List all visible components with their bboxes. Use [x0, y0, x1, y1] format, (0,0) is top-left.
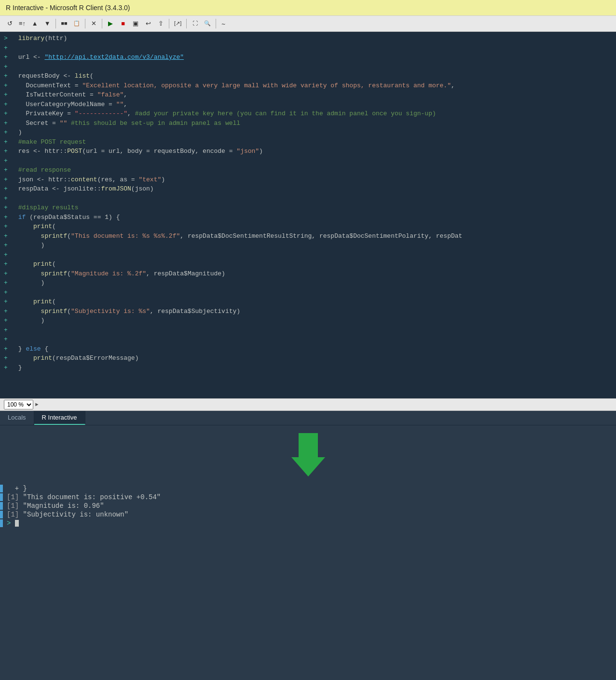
- tab-locals[interactable]: Locals: [0, 411, 34, 425]
- close-btn[interactable]: ✕: [88, 18, 99, 29]
- title-text: R Interactive - Microsoft R Client (3.4.…: [6, 4, 130, 12]
- code-line-5: + requestBody <- list(: [0, 71, 616, 81]
- code-line-2: +: [0, 43, 616, 53]
- sep4: [169, 19, 169, 28]
- arrow-container: [0, 425, 616, 480]
- code-line-12: + #make POST request: [0, 137, 616, 147]
- code-line-29: + print(: [0, 297, 616, 307]
- code-line-34: + } else {: [0, 344, 616, 354]
- tab-r-interactive[interactable]: R Interactive: [34, 411, 85, 425]
- refresh-btn[interactable]: ↺: [4, 18, 15, 29]
- paste-btn[interactable]: 📋: [71, 18, 82, 28]
- tilde-label: ~: [219, 19, 228, 28]
- code-line-24: +: [0, 250, 616, 260]
- zoom-bar: 100 % 50 % 75 % 125 % 150 % ►: [0, 398, 616, 411]
- console-output-1: + }: [0, 484, 616, 493]
- down-btn[interactable]: ▼: [41, 18, 53, 29]
- code-line-13: + res <- httr::POST(url = url, body = re…: [0, 147, 616, 156]
- format-btn[interactable]: ≡↑: [16, 18, 28, 29]
- clipboard-btn[interactable]: ⛶: [189, 18, 201, 28]
- code-line-1: > library(httr): [0, 34, 616, 43]
- toolbar: ↺ ≡↑ ▲ ▼ ■■ 📋 ✕ ▶ ■ ▣ ↩ ⇧ [↗] ⛶ 🔍 ~: [0, 16, 616, 32]
- code-line-8: + UserCategoryModelName = "",: [0, 100, 616, 109]
- open-btn[interactable]: [↗]: [172, 18, 184, 28]
- console-output-3: [1] "Magnitude is: 0.96": [0, 502, 616, 510]
- code-line-18: +: [0, 194, 616, 204]
- run-btn[interactable]: ▶: [105, 18, 116, 29]
- code-line-31: + ): [0, 316, 616, 326]
- code-line-6: + DocumentText = "Excellent location, op…: [0, 81, 616, 91]
- code-line-10: + Secret = "" #this should be set-up in …: [0, 119, 616, 128]
- code-line-19: + #display results: [0, 203, 616, 213]
- code-line-16: + json <- httr::content(res, as = "text"…: [0, 175, 616, 185]
- code-editor[interactable]: > library(httr) + + url <- "http://api.t…: [0, 32, 616, 398]
- code-line-23: + ): [0, 241, 616, 250]
- console-output-2: [1] "This document is: positive +0.54": [0, 493, 616, 502]
- console-prompt-line: >: [0, 519, 616, 528]
- console-output-4: [1] "Subjectivity is: unknown": [0, 510, 616, 519]
- svg-marker-0: [291, 433, 325, 476]
- stop-btn[interactable]: ■: [117, 18, 129, 29]
- console-gutter-2: [0, 493, 3, 501]
- down-arrow-icon: [291, 433, 325, 476]
- sep1: [55, 19, 56, 28]
- code-line-20: + if (respData$Status == 1) {: [0, 213, 616, 222]
- copy-btn[interactable]: ■■: [58, 18, 70, 28]
- code-line-3: + url <- "http://api.text2data.com/v3/an…: [0, 53, 616, 62]
- zoom-select[interactable]: 100 % 50 % 75 % 125 % 150 %: [4, 400, 33, 409]
- search-btn[interactable]: 🔍: [202, 18, 213, 28]
- console-gutter-4: [0, 511, 3, 518]
- code-line-33: +: [0, 335, 616, 344]
- console-area[interactable]: + } [1] "This document is: positive +0.5…: [0, 480, 616, 531]
- code-line-36: + }: [0, 363, 616, 373]
- code-line-9: + PrivateKey = "------------", #add your…: [0, 109, 616, 119]
- code-line-14: +: [0, 156, 616, 166]
- code-line-15: + #read response: [0, 165, 616, 175]
- code-line-7: + IsTwitterContent = "false",: [0, 90, 616, 100]
- code-line-28: +: [0, 288, 616, 298]
- code-line-32: +: [0, 326, 616, 335]
- add-btn[interactable]: ▣: [130, 18, 141, 29]
- cursor-blink: [15, 520, 19, 527]
- sep3: [102, 19, 102, 28]
- code-line-22: + sprintf("This document is: %s %s%.2f",…: [0, 231, 616, 241]
- sep2: [85, 19, 85, 28]
- code-line-4: +: [0, 62, 616, 72]
- console-gutter-3: [0, 502, 3, 510]
- scroll-right-arrow[interactable]: ►: [35, 402, 39, 408]
- code-line-26: + sprintf("Magnitude is: %.2f", respData…: [0, 269, 616, 279]
- code-line-25: + print(: [0, 259, 616, 269]
- tab-bar: Locals R Interactive: [0, 411, 616, 425]
- undo-btn[interactable]: ↩: [142, 18, 154, 29]
- prompt-1: >: [4, 34, 12, 43]
- code-line-17: + respData <- jsonlite::fromJSON(json): [0, 184, 616, 194]
- code-line-11: + ): [0, 128, 616, 137]
- up-btn[interactable]: ▲: [29, 18, 41, 29]
- console-gutter-1: [0, 485, 3, 492]
- console-gutter-5: [0, 519, 3, 527]
- title-bar: R Interactive - Microsoft R Client (3.4.…: [0, 0, 616, 16]
- code-line-27: + ): [0, 278, 616, 288]
- scroll-up-btn[interactable]: ⇧: [155, 18, 166, 29]
- code-line-21: + print(: [0, 222, 616, 231]
- sep6: [216, 19, 216, 28]
- sep5: [186, 19, 187, 28]
- code-line-35: + print(respData$ErrorMessage): [0, 354, 616, 363]
- code-line-30: + sprintf("Subjectivity is: %s", respDat…: [0, 307, 616, 316]
